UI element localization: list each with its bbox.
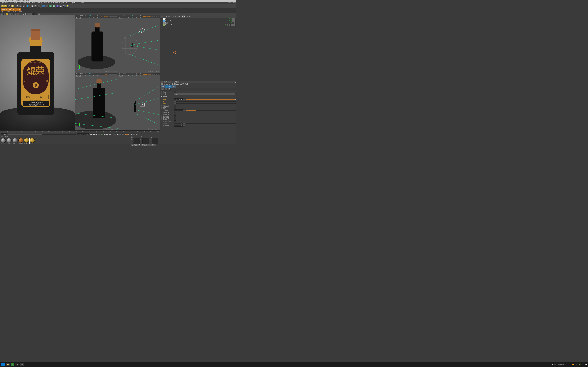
param-anim-icon[interactable] xyxy=(161,125,163,126)
param-anim-icon[interactable] xyxy=(161,118,163,120)
filter-r-icon[interactable]: R xyxy=(1,13,3,15)
attr-tab-基本[interactable]: 基本 xyxy=(161,85,165,87)
menu-volume[interactable]: 体积 xyxy=(32,2,35,4)
wechat-icon[interactable]: 💬 xyxy=(10,363,14,367)
object-row-OctaneLight[interactable]: OctaneLight xyxy=(161,18,236,20)
deformer-icon[interactable]: ◐ xyxy=(56,5,59,8)
mat-tab-texture[interactable]: 纹理 xyxy=(5,136,8,138)
checkbox[interactable] xyxy=(174,120,176,122)
light-type-sphere-icon[interactable]: ● xyxy=(164,88,167,91)
viewport-persp-2[interactable]: 查看摄像机显示选项过滤面板ProRender 透视视图 xyxy=(75,73,118,131)
param-anim-icon[interactable] xyxy=(161,112,163,113)
menu-character[interactable]: 角色 xyxy=(51,2,54,4)
axis-y-icon[interactable]: Y xyxy=(19,5,22,8)
filter-value-input[interactable] xyxy=(33,13,37,15)
visibility-editor-dot[interactable] xyxy=(231,22,232,24)
filter-sphere-icon[interactable]: ◯ xyxy=(9,13,11,15)
menu-mesh[interactable]: 网格 xyxy=(23,2,26,4)
subtab-compare[interactable]: 比较 xyxy=(7,11,11,13)
filter-mode-select[interactable]: DL xyxy=(27,13,33,15)
slider[interactable] xyxy=(186,109,236,111)
next-frame-icon[interactable]: ▶ xyxy=(104,133,106,135)
explorer-icon[interactable]: 📁 xyxy=(6,363,9,367)
move-icon[interactable]: ✥ xyxy=(11,5,14,8)
menu-tracker[interactable]: 运动跟踪 xyxy=(43,2,50,4)
param-anim-icon[interactable] xyxy=(161,101,163,102)
am-mode[interactable]: 模式 xyxy=(164,81,167,83)
dropdown-icon[interactable] xyxy=(174,103,176,104)
subtab-render[interactable]: 渲染 xyxy=(12,11,17,13)
menu-file[interactable]: 文件 xyxy=(1,2,4,4)
om-bookmarks[interactable]: 书签 xyxy=(187,16,190,18)
undo-icon[interactable]: ↶ xyxy=(1,5,4,8)
material-1[interactable]: Octane xyxy=(7,138,12,144)
param-anim-icon[interactable] xyxy=(161,114,163,115)
stepper-icon[interactable] xyxy=(183,98,185,100)
param-anim-icon[interactable] xyxy=(161,123,163,124)
visibility-editor-dot[interactable] xyxy=(229,20,230,22)
cube-primitive-icon[interactable]: ◻ xyxy=(42,5,45,8)
viewport-persp-1[interactable]: 查看 摄像机 显示 选项 过滤 面板 ProRender 透视视图 xyxy=(75,16,118,73)
vp-nav-2-icon[interactable] xyxy=(111,16,113,17)
render-view-icon[interactable]: ▣ xyxy=(31,5,34,8)
frame-end-input[interactable] xyxy=(83,133,89,135)
menu-help[interactable]: 帮助 xyxy=(81,2,84,4)
play-back-icon[interactable]: ◁ xyxy=(98,133,100,135)
menu-tools[interactable]: 工具 xyxy=(18,2,21,4)
timeline[interactable]: 0481216202428323640444852566064687276808… xyxy=(0,131,160,133)
param-anim-icon[interactable] xyxy=(161,99,163,100)
menu-spline[interactable]: 样条 xyxy=(27,2,30,4)
lock-icon[interactable]: 🔒 xyxy=(6,13,8,15)
object-tag-icon[interactable] xyxy=(232,18,234,20)
menu-pipeline[interactable]: 流水线 xyxy=(55,2,60,4)
param-anim-icon[interactable] xyxy=(161,116,163,117)
slider[interactable] xyxy=(186,99,236,100)
num-input[interactable] xyxy=(174,98,182,100)
checkbox[interactable]: ✓ xyxy=(174,112,176,113)
visibility-render-dot[interactable] xyxy=(233,22,234,24)
param-anim-icon[interactable] xyxy=(161,93,163,95)
key-scale-icon[interactable]: S xyxy=(125,133,127,135)
weather-widget[interactable]: ☀ 22°C 陽光普照 xyxy=(552,364,564,366)
light-icon[interactable]: 💡 xyxy=(66,5,69,8)
prev-frame-icon[interactable]: ◀ xyxy=(95,133,98,135)
filter-circle-icon[interactable]: ◎ xyxy=(14,13,16,15)
spline-pen-icon[interactable]: ✎ xyxy=(46,5,49,8)
scale-z[interactable] xyxy=(142,142,149,144)
object-manager-space[interactable]: ⬈ xyxy=(160,28,236,81)
menu-layout[interactable]: 界面 xyxy=(228,2,231,4)
material-5[interactable]: 金属-07 xyxy=(30,138,35,144)
live-select-icon[interactable]: ▢ xyxy=(8,5,10,8)
num-input[interactable] xyxy=(174,123,182,124)
menu-octane[interactable]: Octane xyxy=(66,2,71,4)
menu-script[interactable]: 脚本 xyxy=(72,2,75,4)
c4d-icon[interactable]: ◉ xyxy=(15,363,19,367)
visibility-editor-dot[interactable] xyxy=(223,24,225,26)
visibility-render-dot[interactable] xyxy=(231,18,232,19)
object-tag-icon[interactable] xyxy=(234,20,236,22)
object-row-空白.1[interactable]: LO空白.1 xyxy=(161,22,236,24)
tray-wifi-icon[interactable]: 📶 xyxy=(572,363,574,366)
param-anim-icon[interactable] xyxy=(161,103,163,104)
axis-z-icon[interactable]: Z xyxy=(22,5,26,8)
autokey-icon[interactable]: ◐ xyxy=(116,133,119,135)
scale-y[interactable] xyxy=(142,140,149,142)
prev-key-icon[interactable]: ◀◀ xyxy=(93,133,95,135)
key-rot-icon[interactable]: R xyxy=(127,133,130,135)
tray-up-icon[interactable]: ⌃ xyxy=(565,363,567,366)
tray-volume-icon[interactable]: 🔊 xyxy=(575,363,578,366)
material-2[interactable]: 陶瓷-01 xyxy=(12,138,18,144)
object-tag-icon[interactable] xyxy=(227,24,228,26)
filter-pin-icon[interactable]: 📍 xyxy=(17,13,19,15)
axis-x-icon[interactable]: X xyxy=(16,5,19,8)
slider[interactable] xyxy=(176,103,236,104)
rot-h[interactable] xyxy=(152,138,158,140)
goto-start-icon[interactable]: ⏮ xyxy=(90,133,92,135)
key-sel-icon[interactable]: ◇ xyxy=(119,133,121,135)
next-key-icon[interactable]: ▶▶ xyxy=(106,133,109,135)
subdiv-icon[interactable]: ◈ xyxy=(49,5,52,8)
rot-b[interactable] xyxy=(152,142,158,144)
render-viewport[interactable]: 堂本固植无穷·KUNRONG·增强活力无边 鲲荣 堂强免疫力 工更促长久 8 酒… xyxy=(0,16,75,131)
stepper-icon[interactable] xyxy=(183,123,185,124)
checkbox[interactable]: ✓ xyxy=(174,105,176,107)
